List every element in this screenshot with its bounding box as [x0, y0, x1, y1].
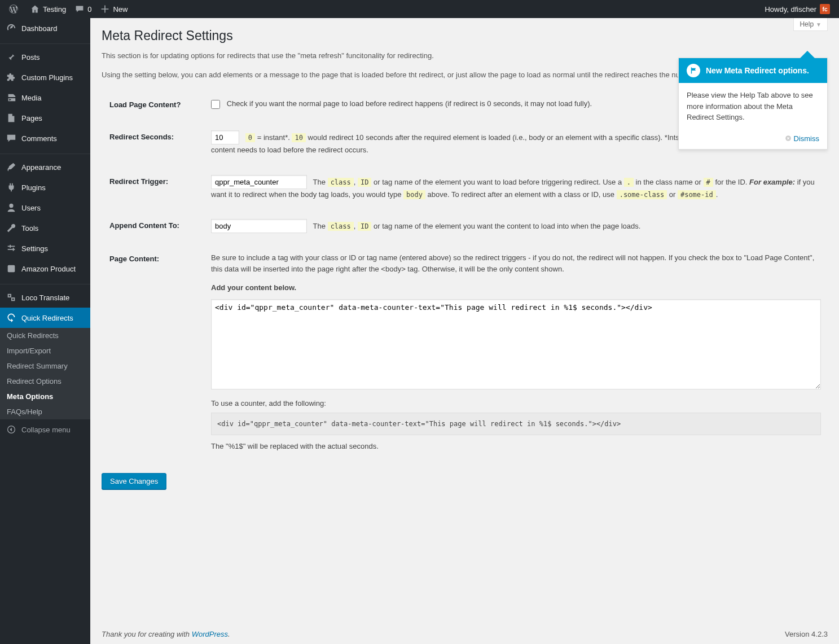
dismiss-label: Dismiss	[794, 134, 820, 143]
label-content: Page Content:	[103, 243, 204, 461]
submenu-import[interactable]: Import/Export	[0, 343, 90, 358]
content-counter-hint: To use a counter, add the following:	[211, 398, 821, 409]
menu-dashboard[interactable]: Dashboard	[0, 18, 90, 38]
menu-label: Dashboard	[21, 24, 58, 33]
menu-label: Tools	[21, 224, 38, 233]
menu-plugins[interactable]: Plugins	[0, 177, 90, 198]
footer: Thank you for creating with WordPress. V…	[90, 624, 839, 644]
menu-label: Plugins	[21, 183, 46, 192]
menu-label: Users	[21, 204, 41, 212]
media-icon	[6, 92, 17, 103]
menu-label: Pages	[21, 114, 42, 122]
menu-label: Comments	[21, 134, 57, 143]
pointer-body: Please view the Help Tab above to see mo…	[679, 83, 827, 130]
submenu-options[interactable]: Redirect Options	[0, 374, 90, 389]
redirect-icon	[6, 312, 17, 323]
menu-separator	[0, 41, 90, 44]
translate-icon	[6, 292, 17, 303]
label-trigger: Redirect Trigger:	[103, 166, 204, 209]
menu-pages[interactable]: Pages	[0, 108, 90, 128]
dashboard-icon	[6, 23, 17, 34]
page-title: Meta Redirect Settings	[102, 28, 828, 43]
seconds-input[interactable]	[211, 130, 239, 144]
code-ten: 10	[292, 133, 305, 142]
menu-appearance[interactable]: Appearance	[0, 157, 90, 177]
submenu-meta[interactable]: Meta Options	[0, 389, 90, 404]
menu-custom-plugins[interactable]: Custom Plugins	[0, 67, 90, 87]
code-zero: 0	[245, 133, 255, 142]
comments-link[interactable]: 0	[71, 0, 96, 18]
menu-amazon[interactable]: Amazon Product	[0, 259, 90, 279]
label-load-page: Load Page Content?	[103, 89, 204, 120]
generic-icon	[6, 263, 17, 274]
sliders-icon	[6, 243, 17, 254]
help-box: Help ▼	[793, 18, 828, 31]
new-link[interactable]: New	[96, 0, 132, 18]
howdy-link[interactable]: Howdy, dfischer fc	[760, 0, 834, 18]
puzzle-icon	[6, 72, 17, 83]
chevron-down-icon: ▼	[816, 21, 822, 28]
menu-label: Media	[21, 94, 41, 102]
pointer-dismiss[interactable]: Dismiss	[785, 134, 820, 143]
pointer-header: New Meta Redirect options.	[679, 58, 827, 83]
help-label: Help	[800, 20, 814, 28]
label-seconds: Redirect Seconds:	[103, 121, 204, 165]
collapse-label: Collapse menu	[21, 426, 71, 434]
menu-quick-redirects[interactable]: Quick Redirects	[0, 308, 90, 328]
site-name-link[interactable]: Testing	[26, 0, 71, 18]
comment-icon	[75, 5, 84, 14]
submenu-summary[interactable]: Redirect Summary	[0, 358, 90, 374]
submenu-faqs[interactable]: FAQs/Help	[0, 404, 90, 419]
site-name-text: Testing	[43, 5, 66, 14]
wp-logo[interactable]	[5, 0, 26, 18]
dismiss-icon	[785, 135, 792, 142]
admin-menu: Dashboard Posts Custom Plugins Media Pag…	[0, 18, 90, 644]
menu-media[interactable]: Media	[0, 87, 90, 108]
footer-wp-link[interactable]: WordPress	[192, 630, 228, 638]
menu-label: Custom Plugins	[21, 73, 73, 82]
save-button[interactable]: Save Changes	[102, 473, 166, 489]
menu-comments[interactable]: Comments	[0, 128, 90, 148]
content-textarea[interactable]: <div id="qppr_meta_counter" data-meta-co…	[211, 299, 821, 389]
help-button[interactable]: Help ▼	[793, 18, 828, 31]
menu-loco[interactable]: Loco Translate	[0, 287, 90, 308]
menu-label: Appearance	[21, 163, 61, 172]
page-icon	[6, 112, 17, 124]
submenu-qr[interactable]: Quick Redirects	[0, 328, 90, 343]
load-page-checkbox[interactable]	[211, 100, 220, 109]
user-badge: fc	[820, 4, 830, 14]
submenu-quick-redirects: Quick Redirects Import/Export Redirect S…	[0, 328, 90, 419]
menu-users[interactable]: Users	[0, 198, 90, 218]
menu-label: Settings	[21, 244, 48, 253]
menu-label: Quick Redirects	[21, 314, 73, 322]
content-replace-note: The "%1$" will be replaced with the actu…	[211, 441, 821, 452]
footer-version: Version 4.2.3	[785, 630, 828, 638]
menu-label: Posts	[21, 53, 40, 62]
menu-settings[interactable]: Settings	[0, 238, 90, 259]
new-text: New	[113, 5, 128, 14]
trigger-input[interactable]	[211, 175, 307, 189]
menu-posts[interactable]: Posts	[0, 47, 90, 67]
pin-icon	[6, 51, 17, 63]
howdy-text: Howdy, dfischer	[765, 5, 816, 14]
collapse-menu[interactable]: Collapse menu	[0, 419, 90, 440]
label-append: Append Content To:	[103, 210, 204, 242]
comments-icon	[6, 133, 17, 144]
content-codeblock: <div id="qppr_meta_counter" data-meta-co…	[211, 413, 821, 435]
plus-icon	[100, 5, 109, 14]
load-page-desc: Check if you want the normal page to loa…	[227, 99, 592, 108]
pointer-title: New Meta Redirect options.	[706, 66, 809, 75]
plug-icon	[6, 182, 17, 193]
wrench-icon	[6, 222, 17, 234]
menu-label: Loco Translate	[21, 293, 69, 302]
content-desc: Be sure to include a tag with your class…	[211, 252, 821, 274]
svg-rect-0	[8, 265, 15, 273]
append-input[interactable]	[211, 219, 307, 233]
menu-tools[interactable]: Tools	[0, 218, 90, 238]
seconds-instant: = instant*.	[255, 133, 292, 142]
menu-separator	[0, 151, 90, 154]
footer-thanks: Thank you for creating with	[102, 630, 192, 638]
comments-count: 0	[87, 5, 91, 14]
user-icon	[6, 202, 17, 213]
menu-separator	[0, 282, 90, 284]
